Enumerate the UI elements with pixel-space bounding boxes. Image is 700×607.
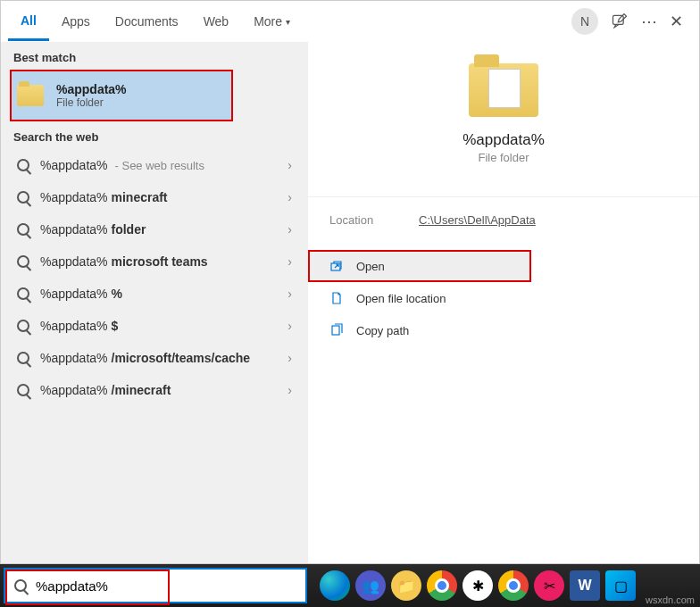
chevron-right-icon: › — [288, 351, 292, 365]
tab-web[interactable]: Web — [191, 4, 242, 39]
folder-icon — [17, 85, 44, 106]
location-label: Location — [329, 213, 419, 227]
action-copy-path[interactable]: Copy path — [308, 314, 699, 346]
slack-icon[interactable]: ✱ — [462, 570, 493, 601]
web-result-text: %appdata% folder — [40, 222, 149, 237]
tab-all[interactable]: All — [8, 3, 49, 41]
close-icon[interactable]: ✕ — [670, 12, 683, 31]
web-result-2[interactable]: %appdata% folder › — [1, 213, 308, 245]
search-icon — [17, 320, 29, 332]
tab-documents[interactable]: Documents — [103, 4, 191, 39]
web-result-3[interactable]: %appdata% microsoft teams › — [1, 245, 308, 278]
web-result-1[interactable]: %appdata% minecraft › — [1, 181, 308, 213]
chevron-right-icon: › — [288, 158, 292, 172]
search-web-label: Search the web — [1, 121, 308, 149]
action-open-location[interactable]: Open file location — [308, 282, 699, 314]
folder-large-icon — [469, 63, 538, 117]
taskbar-search[interactable] — [4, 568, 307, 603]
results-panel: Best match %appdata% File folder Search … — [1, 42, 308, 563]
search-icon — [17, 384, 29, 396]
chevron-right-icon: › — [288, 383, 292, 397]
taskbar: 👥 📁 ✱ ✂ W ▢ — [0, 564, 700, 607]
action-open-location-label: Open file location — [356, 292, 446, 305]
scope-tabs: All Apps Documents Web More▾ N ⋯ ✕ — [1, 1, 699, 42]
tab-more[interactable]: More▾ — [241, 4, 303, 39]
search-window: All Apps Documents Web More▾ N ⋯ ✕ Best … — [0, 0, 700, 564]
search-icon — [17, 352, 29, 364]
web-result-text: %appdata% minecraft — [40, 190, 171, 204]
web-result-text: %appdata% microsoft teams — [40, 254, 212, 269]
chevron-down-icon: ▾ — [286, 17, 290, 27]
location-value[interactable]: C:\Users\Dell\AppData — [419, 213, 536, 227]
more-options-icon[interactable]: ⋯ — [641, 12, 657, 31]
action-open-label: Open — [356, 260, 385, 273]
best-match-title: %appdata% — [56, 82, 127, 96]
snip-icon[interactable]: ✂ — [534, 570, 564, 601]
best-match-subtitle: File folder — [56, 96, 127, 109]
search-icon — [17, 223, 29, 236]
search-icon — [17, 191, 29, 204]
preview-subtitle: File folder — [324, 151, 683, 164]
action-copy-path-label: Copy path — [356, 324, 409, 337]
watermark: wsxdn.com — [646, 595, 695, 605]
best-match-label: Best match — [1, 42, 308, 70]
web-result-4[interactable]: %appdata%% › — [1, 278, 308, 310]
chevron-right-icon: › — [288, 190, 292, 204]
best-match-result[interactable]: %appdata% File folder — [10, 70, 233, 121]
web-result-text: %appdata%/microsoft/teams/cache — [40, 351, 254, 365]
web-result-7[interactable]: %appdata%/minecraft › — [1, 374, 308, 406]
web-result-text: %appdata% - See web results — [40, 158, 204, 172]
preview-title: %appdata% — [324, 131, 683, 149]
web-result-5[interactable]: %appdata%$ › — [1, 310, 308, 342]
svg-rect-2 — [332, 326, 339, 335]
feedback-icon[interactable] — [611, 12, 629, 30]
search-icon — [14, 579, 27, 592]
tab-apps[interactable]: Apps — [49, 4, 103, 39]
copy-icon — [329, 323, 344, 337]
edge-icon[interactable] — [320, 570, 350, 601]
word-icon[interactable]: W — [570, 570, 600, 601]
teams-icon[interactable]: 👥 — [355, 570, 386, 601]
search-icon — [17, 287, 29, 300]
preview-panel: %appdata% File folder Location C:\Users\… — [308, 42, 699, 563]
explorer-icon[interactable]: 📁 — [391, 570, 421, 601]
search-input[interactable] — [36, 578, 296, 594]
search-icon — [17, 255, 29, 268]
chevron-right-icon: › — [288, 222, 292, 237]
chevron-right-icon: › — [288, 287, 292, 301]
web-result-0[interactable]: %appdata% - See web results › — [1, 149, 308, 181]
chevron-right-icon: › — [288, 319, 292, 333]
user-avatar[interactable]: N — [571, 8, 598, 35]
action-open[interactable]: Open — [308, 250, 531, 282]
taskbar-apps: 👥 📁 ✱ ✂ W ▢ — [320, 570, 636, 601]
open-icon — [329, 259, 344, 273]
chrome2-icon[interactable] — [498, 570, 529, 601]
web-result-text: %appdata%$ — [40, 319, 121, 333]
search-icon — [17, 159, 29, 171]
chrome-icon[interactable] — [427, 570, 457, 601]
file-location-icon — [329, 291, 344, 305]
chevron-right-icon: › — [288, 254, 292, 269]
web-result-6[interactable]: %appdata%/microsoft/teams/cache › — [1, 342, 308, 374]
paint3d-icon[interactable]: ▢ — [605, 570, 636, 601]
web-result-text: %appdata%/minecraft — [40, 383, 174, 397]
web-result-text: %appdata%% — [40, 287, 126, 301]
